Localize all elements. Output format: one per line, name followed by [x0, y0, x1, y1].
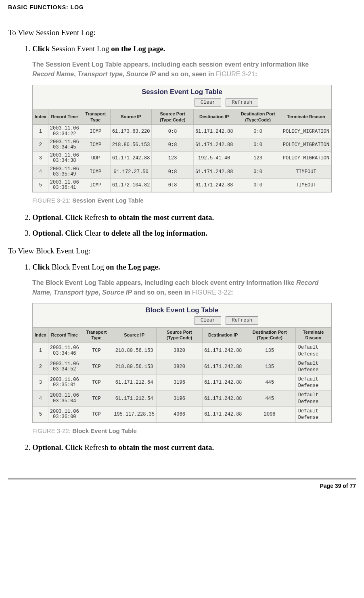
table-cell: 1 [33, 125, 48, 138]
col-source-port: Source Port (Type:Code) [157, 327, 203, 343]
table-cell: 2003.11.0603:34:46 [48, 343, 81, 359]
table-cell: UDP [81, 152, 110, 165]
desc-term: Source IP [102, 289, 132, 296]
desc-term: Transport type [53, 289, 98, 296]
table-cell: POLICY_MIGRATION [281, 138, 331, 151]
table-cell: TIMEOUT [281, 178, 331, 192]
table-cell: 0:8 [152, 178, 194, 192]
step-text: Session Event Log [52, 44, 109, 53]
col-transport-type: Transport Type [81, 109, 110, 125]
table-cell: 2003.11.0603:34:45 [48, 138, 81, 151]
table-cell: 0:0 [235, 165, 281, 178]
table-title: Session Event Log Table [142, 88, 222, 96]
table-cell: 61.171.242.88 [202, 406, 244, 422]
table-cell: 0:0 [235, 125, 281, 138]
table-row: 22003.11.0603:34:52TCP218.80.56.15338206… [33, 359, 331, 374]
table-cell: ICMP [81, 165, 110, 178]
table-cell: DefaultDefense [295, 406, 331, 422]
table-cell: 61.171.242.88 [202, 391, 244, 406]
clear-button[interactable]: Clear [195, 98, 221, 107]
desc-text: The Block Event Log Table appears, inclu… [32, 279, 296, 286]
table-cell: 61.171.242.88 [202, 375, 244, 391]
step-text: Clear [84, 229, 101, 237]
table-cell: 4066 [157, 406, 203, 422]
table-cell: 445 [244, 391, 295, 406]
table-cell: 61.171.242.88 [202, 343, 244, 359]
session-table-figure: Session Event Log Table Clear Refresh In… [32, 85, 332, 193]
col-index: Index [33, 109, 48, 125]
page-footer: Page 39 of 77 [8, 479, 356, 489]
refresh-button[interactable]: Refresh [226, 316, 258, 324]
step-text: Refresh [84, 213, 108, 222]
block-desc: The Block Event Log Table appears, inclu… [32, 278, 332, 297]
table-cell: 0:0 [235, 138, 281, 151]
table-cell: 61.171.242.88 [193, 138, 235, 151]
table-cell: DefaultDefense [295, 359, 331, 374]
table-cell: DefaultDefense [295, 391, 331, 406]
table-cell: ICMP [81, 178, 110, 192]
table-cell: 5 [33, 178, 48, 192]
table-cell: 61.171.242.88 [193, 125, 235, 138]
table-cell: 3196 [157, 391, 203, 406]
desc-text: The Session Event Log Table appears, inc… [32, 61, 309, 68]
clear-button[interactable]: Clear [195, 316, 221, 324]
table-row: 52003.11.0603:36:00TCP195.117.228.354066… [33, 406, 331, 422]
block-step-2: Optional. Click Refresh to obtain the mo… [32, 442, 332, 453]
session-step-3: Optional. Click Clear to delete all the … [32, 228, 332, 238]
session-figure-caption: FIGURE 3-21: Session Event Log Table [32, 197, 332, 205]
table-row: 32003.11.0603:34:38UDP61.171.242.8812319… [33, 152, 331, 165]
refresh-button[interactable]: Refresh [226, 98, 258, 107]
block-figure-caption: FIGURE 3-22: Block Event Log Table [32, 427, 332, 435]
session-step-2: Optional. Click Refresh to obtain the mo… [32, 212, 332, 223]
figure-number: FIGURE 3-21: [32, 197, 72, 204]
table-cell: TCP [81, 359, 112, 374]
desc-text: and so on, seen in [156, 71, 215, 77]
session-heading: To View Session Event Log: [8, 28, 356, 37]
table-cell: 0:0 [235, 178, 281, 192]
table-cell: 2003.11.0603:35:49 [48, 165, 81, 178]
table-cell: 61.172.104.82 [110, 178, 152, 192]
table-row: 12003.11.0603:34:22ICMP61.173.63.2200:86… [33, 125, 331, 138]
table-cell: 2003.11.0603:35:04 [48, 391, 81, 406]
table-cell: 195.117.228.35 [112, 406, 157, 422]
figure-title: Session Event Log Table [72, 197, 143, 204]
step-label: Click [32, 263, 52, 271]
table-cell: 135 [244, 359, 295, 374]
table-cell: 61.173.63.220 [110, 125, 152, 138]
table-cell: 123 [152, 152, 194, 165]
table-cell: 61.172.27.50 [110, 165, 152, 178]
table-cell: DefaultDefense [295, 375, 331, 391]
step-label: to obtain the most current data. [108, 213, 214, 222]
step-label: Optional. Click [32, 213, 84, 222]
table-cell: 218.80.56.153 [110, 138, 152, 151]
table-cell: 218.80.56.153 [112, 359, 157, 374]
table-cell: 2003.11.0603:34:22 [48, 125, 81, 138]
table-cell: 61.171.212.54 [112, 375, 157, 391]
session-step-1: Click Session Event Log on the Log page.… [32, 44, 332, 205]
desc-text: : [255, 71, 257, 77]
desc-text: , [98, 289, 102, 296]
col-terminate-reason: Terminate Reason [281, 109, 331, 125]
table-cell: DefaultDefense [295, 343, 331, 359]
table-cell: 3820 [157, 343, 203, 359]
step-label: Optional. Click [32, 229, 84, 237]
figure-title: Block Event Log Table [72, 427, 137, 434]
table-cell: 123 [235, 152, 281, 165]
table-cell: 2098 [244, 406, 295, 422]
table-cell: POLICY_MIGRATION [281, 125, 331, 138]
session-desc: The Session Event Log Table appears, inc… [32, 60, 332, 79]
col-record-time: Record Time [48, 327, 81, 343]
desc-text: : [231, 289, 233, 296]
col-source-port: Source Port (Type:Code) [152, 109, 194, 125]
table-cell: TCP [81, 406, 112, 422]
table-cell: 445 [244, 375, 295, 391]
table-cell: 0:8 [152, 138, 194, 151]
desc-term: Transport type [77, 71, 123, 77]
col-source-ip: Source IP [112, 327, 157, 343]
table-cell: 4 [33, 391, 48, 406]
table-cell: 2003.11.0603:34:38 [48, 152, 81, 165]
table-cell: 135 [244, 343, 295, 359]
table-cell: 61.171.242.88 [202, 359, 244, 374]
table-cell: TCP [81, 391, 112, 406]
block-log-table: Index Record Time Transport Type Source … [33, 327, 331, 423]
